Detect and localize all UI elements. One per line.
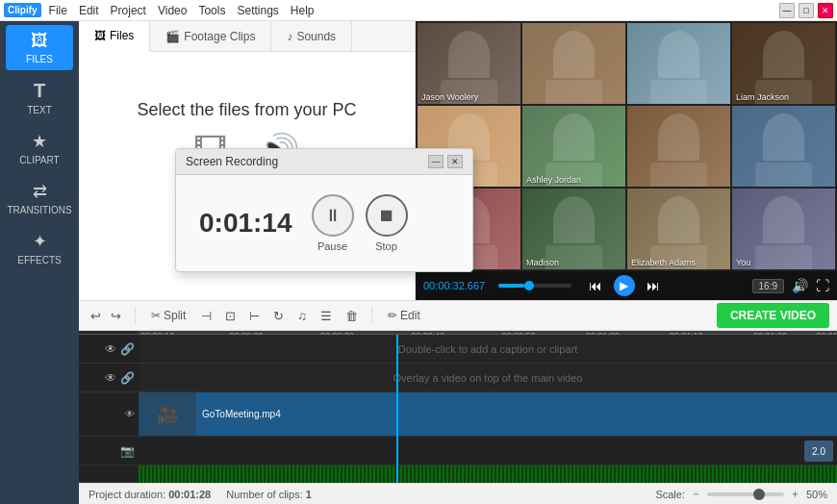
playhead[interactable] bbox=[396, 335, 398, 483]
stop-button[interactable]: ⏹ bbox=[366, 194, 408, 237]
sidebar-item-transitions[interactable]: ⇄ TRANSITIONS bbox=[6, 175, 73, 221]
trim-right-button[interactable]: ⊢ bbox=[245, 307, 264, 325]
menu-edit[interactable]: Edit bbox=[79, 4, 99, 17]
audio-button[interactable]: ♫ bbox=[293, 307, 311, 325]
edit-icon: ✏ bbox=[388, 309, 397, 322]
aspect-ratio-badge[interactable]: 16:9 bbox=[752, 279, 784, 293]
tab-files[interactable]: 🖼 Files bbox=[79, 21, 150, 52]
prev-frame-button[interactable]: ⏮ bbox=[585, 276, 606, 295]
dialog-minimize-button[interactable]: — bbox=[428, 155, 444, 168]
window-controls: — □ ✕ bbox=[779, 3, 833, 18]
menu-help[interactable]: Help bbox=[291, 4, 315, 17]
camera-icon[interactable]: 📷 bbox=[120, 444, 135, 458]
stop-label: Stop bbox=[375, 240, 397, 252]
title-bar-left: Clipify File Edit Project Video Tools Se… bbox=[4, 3, 315, 17]
pause-icon: ⏸ bbox=[324, 206, 342, 226]
select-files-text: Select the files from your PC bbox=[137, 100, 356, 120]
list-button[interactable]: ☰ bbox=[317, 307, 336, 325]
minimize-button[interactable]: — bbox=[779, 3, 795, 18]
dialog-body: 0:01:14 ⏸ Pause ⏹ bbox=[176, 175, 472, 271]
menu-video[interactable]: Video bbox=[158, 4, 187, 17]
video-cell-8 bbox=[732, 106, 835, 187]
tab-sounds[interactable]: ♪ Sounds bbox=[271, 21, 352, 51]
maximize-button[interactable]: □ bbox=[799, 3, 814, 18]
progress-thumb[interactable] bbox=[524, 281, 534, 290]
eye-icon-caption[interactable]: 👁 bbox=[105, 342, 116, 356]
edit-label: Edit bbox=[400, 309, 420, 322]
files-icon: 🖼 bbox=[31, 31, 48, 51]
track-control-audio bbox=[79, 466, 139, 483]
files-panel: Select the files from your PC 🎞 🔊 Collec… bbox=[79, 52, 415, 300]
timeline-left: 👁 🔗 👁 🔗 👁 📷 bbox=[79, 335, 139, 483]
link-icon-overlay[interactable]: 🔗 bbox=[120, 371, 135, 385]
tab-footage-label: Footage Clips bbox=[184, 30, 255, 43]
effects-icon: ✦ bbox=[33, 231, 47, 252]
track-control-main: 👁 bbox=[79, 392, 139, 437]
track-control-camera: 📷 bbox=[79, 437, 139, 466]
tab-files-icon: 🖼 bbox=[94, 29, 106, 42]
video-progress-bar[interactable] bbox=[498, 284, 571, 288]
tab-footage[interactable]: 🎬 Footage Clips bbox=[150, 21, 271, 51]
video-cell-3 bbox=[627, 23, 730, 104]
fullscreen-icon[interactable]: ⛶ bbox=[816, 278, 829, 293]
menu-bar: File Edit Project Video Tools Settings H… bbox=[49, 4, 315, 17]
menu-file[interactable]: File bbox=[49, 4, 67, 17]
trim-left-button[interactable]: ⊣ bbox=[197, 307, 216, 325]
sidebar-item-text[interactable]: T TEXT bbox=[6, 74, 73, 121]
screen-recording-dialog: Screen Recording — ✕ 0:01:14 bbox=[175, 148, 473, 272]
left-panel: 🖼 Files 🎬 Footage Clips ♪ Sounds Select … bbox=[79, 21, 416, 300]
menu-tools[interactable]: Tools bbox=[198, 4, 225, 17]
sidebar-item-clipart[interactable]: ★ CLIPART bbox=[6, 125, 73, 171]
main-layout: 🖼 FILES T TEXT ★ CLIPART ⇄ TRANSITIONS ✦… bbox=[0, 21, 837, 504]
zoom-out-icon[interactable]: － bbox=[691, 487, 701, 501]
eye-icon-main[interactable]: 👁 bbox=[125, 409, 135, 419]
split-label: Split bbox=[164, 309, 186, 322]
separator-1 bbox=[135, 307, 136, 324]
video-cell-10: Madison bbox=[522, 189, 625, 269]
person-name-1: Jason Woolery bbox=[421, 92, 478, 102]
menu-project[interactable]: Project bbox=[111, 4, 146, 17]
undo-button[interactable]: ↩ bbox=[87, 307, 105, 325]
sidebar-item-files[interactable]: 🖼 FILES bbox=[6, 25, 73, 70]
close-button[interactable]: ✕ bbox=[818, 3, 833, 18]
scale-slider-thumb[interactable] bbox=[753, 489, 765, 500]
video-preview: Jason Woolery bbox=[416, 21, 837, 300]
split-icon: ✂ bbox=[151, 309, 161, 322]
scale-slider[interactable] bbox=[707, 492, 784, 496]
menu-settings[interactable]: Settings bbox=[237, 4, 278, 17]
delete-button[interactable]: 🗑 bbox=[342, 307, 362, 325]
play-button[interactable]: ▶ bbox=[614, 275, 635, 296]
caption-track: Double-click to add a caption or clipart bbox=[139, 335, 837, 364]
video-controls-bar: 00:00:32.667 ⏮ ▶ ⏭ 16:9 🔊 ⛶ bbox=[416, 271, 837, 300]
edit-button[interactable]: ✏ Edit bbox=[382, 307, 426, 324]
sidebar-label-transitions: TRANSITIONS bbox=[7, 205, 71, 215]
lock-icon-caption[interactable]: 🔗 bbox=[120, 342, 135, 356]
zoom-in-icon[interactable]: ＋ bbox=[790, 487, 800, 501]
video-cell-4: Liam Jackson bbox=[732, 23, 835, 104]
main-clip[interactable]: 🎥 GoToMeeting.mp4 bbox=[139, 392, 837, 436]
next-frame-button[interactable]: ⏭ bbox=[643, 276, 664, 295]
scale-percentage: 50% bbox=[806, 489, 827, 500]
main-video-track: 🎥 GoToMeeting.mp4 bbox=[139, 392, 837, 437]
dialog-close-button[interactable]: ✕ bbox=[447, 155, 463, 168]
rotate-button[interactable]: ↻ bbox=[269, 307, 288, 325]
dialog-controls: — ✕ bbox=[428, 155, 463, 168]
crop-button[interactable]: ⊡ bbox=[221, 307, 240, 325]
eye-icon-overlay[interactable]: 👁 bbox=[105, 371, 116, 385]
split-button[interactable]: ✂ Split bbox=[145, 307, 191, 324]
sidebar-item-effects[interactable]: ✦ EFFECTS bbox=[6, 225, 73, 271]
video-cell-1: Jason Woolery bbox=[418, 23, 520, 104]
stop-button-wrap[interactable]: ⏹ Stop bbox=[366, 194, 408, 252]
redo-button[interactable]: ↪ bbox=[107, 307, 125, 325]
volume-icon[interactable]: 🔊 bbox=[792, 278, 808, 293]
create-video-button[interactable]: CREATE VIDEO bbox=[717, 303, 829, 328]
video-time-display: 00:00:32.667 bbox=[423, 280, 485, 291]
project-duration-value: 00:01:28 bbox=[168, 489, 211, 500]
pause-button[interactable]: ⏸ bbox=[312, 194, 354, 237]
sidebar-label-effects: EFFECTS bbox=[17, 255, 62, 265]
camera-clip: 2.0 bbox=[804, 441, 833, 462]
pause-button-wrap[interactable]: ⏸ Pause bbox=[312, 194, 354, 252]
timeline-tracks: Double-click to add a caption or clipart… bbox=[139, 335, 837, 483]
person-name-6: Ashley Jordan bbox=[526, 175, 581, 185]
video-cell-12: You bbox=[732, 189, 835, 269]
